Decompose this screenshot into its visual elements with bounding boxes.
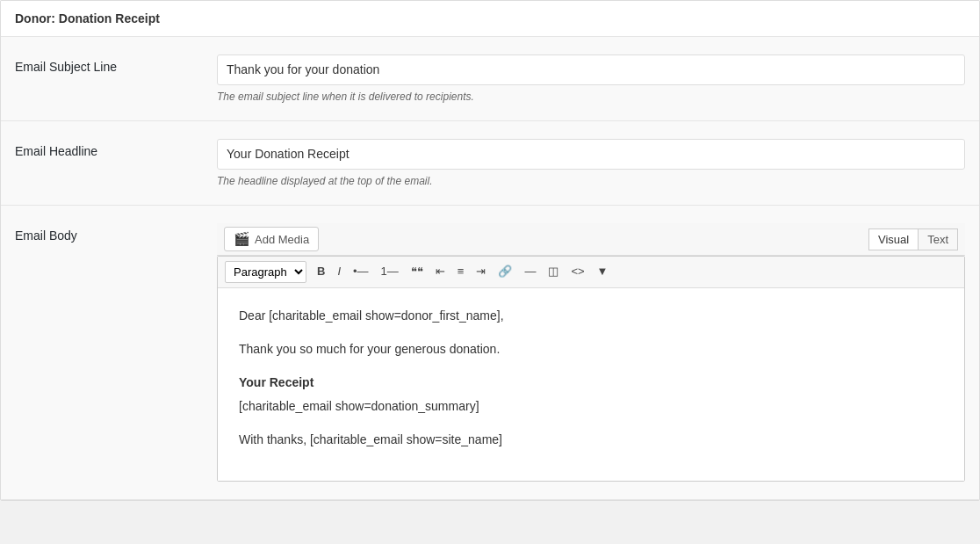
email-subject-row: Email Subject Line The email subject lin… [1,37,979,121]
email-body-row: Email Body 🎬 Add Media Visual Text [1,206,979,500]
email-subject-description: The email subject line when it is delive… [217,91,965,103]
body-line1: Dear [charitable_email show=donor_first_… [239,306,943,327]
body-receipt-heading: Your Receipt [239,373,943,394]
email-headline-field: The headline displayed at the top of the… [217,139,965,187]
tab-visual[interactable]: Visual [868,228,918,250]
table-button[interactable]: ◫ [543,261,564,282]
editor-content[interactable]: Dear [charitable_email show=donor_first_… [218,288,964,481]
editor-tabs: Visual Text [868,228,958,250]
align-right-button[interactable]: ⇥ [471,261,491,282]
email-headline-input[interactable] [217,139,965,170]
body-line3: [charitable_email show=donation_summary] [239,396,943,417]
italic-button[interactable]: I [332,261,346,282]
add-media-button[interactable]: 🎬 Add Media [224,227,319,251]
form-body: Email Subject Line The email subject lin… [1,37,979,500]
add-media-label: Add Media [255,233,309,246]
page-title: Donor: Donation Receipt [1,1,979,37]
tab-text[interactable]: Text [918,228,958,250]
align-left-button[interactable]: ⇤ [430,261,450,282]
code-button[interactable]: <> [566,261,589,282]
body-line4: With thanks, [charitable_email show=site… [239,430,943,451]
email-headline-row: Email Headline The headline displayed at… [1,121,979,206]
add-media-icon: 🎬 [234,231,250,247]
editor-top-bar: 🎬 Add Media Visual Text [217,223,965,256]
email-body-label: Email Body [15,223,217,243]
email-subject-input[interactable] [217,54,965,85]
editor-toolbar: Paragraph Heading 1 Heading 2 Heading 3 … [218,257,964,288]
page-wrapper: Donor: Donation Receipt Email Subject Li… [0,0,980,501]
email-headline-label: Email Headline [15,139,217,158]
bold-button[interactable]: B [312,261,330,282]
body-line2: Thank you so much for your generous dona… [239,339,943,360]
email-subject-field: The email subject line when it is delive… [217,54,965,103]
more-button[interactable]: ▼ [592,261,614,282]
horizontal-rule-button[interactable]: ― [519,261,541,282]
unordered-list-button[interactable]: •— [348,261,374,282]
email-headline-description: The headline displayed at the top of the… [217,175,965,187]
format-select[interactable]: Paragraph Heading 1 Heading 2 Heading 3 [225,261,306,283]
email-subject-label: Email Subject Line [15,54,217,74]
email-body-field: 🎬 Add Media Visual Text Paragraph Headin… [217,223,965,482]
blockquote-button[interactable]: ❝❝ [406,261,429,282]
editor-wrap: Paragraph Heading 1 Heading 2 Heading 3 … [217,256,965,482]
align-center-button[interactable]: ≡ [452,261,470,282]
link-button[interactable]: 🔗 [493,261,517,282]
ordered-list-button[interactable]: 1— [376,261,404,282]
